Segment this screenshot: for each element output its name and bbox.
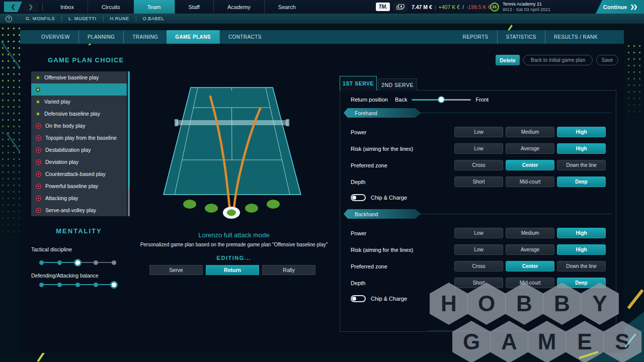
- option-buttons: ShortMid-courtDeep: [454, 278, 606, 288]
- tab-overview[interactable]: OVERVIEW: [33, 30, 78, 44]
- mentality-slider[interactable]: [39, 258, 116, 266]
- game-plan-item[interactable]: Offensive baseline play: [31, 71, 127, 83]
- option-low[interactable]: Low: [454, 143, 503, 154]
- chip-charge-toggle[interactable]: [351, 194, 366, 201]
- player-tab[interactable]: L. MUSETTI: [61, 16, 103, 22]
- mode-rally-button[interactable]: Rally: [262, 265, 315, 275]
- mode-serve-button[interactable]: Serve: [149, 265, 203, 275]
- mode-return-button[interactable]: Return: [206, 265, 259, 275]
- forward-button[interactable]: ❯: [23, 2, 38, 12]
- option-section: Backhand PowerLowMediumHighRisk (aiming …: [340, 209, 616, 303]
- tab-results-rank[interactable]: RESULTS / RANK: [545, 30, 606, 44]
- back-button[interactable]: ❮: [4, 2, 22, 12]
- slider-step[interactable]: [112, 260, 116, 265]
- money-icon: [396, 4, 405, 10]
- option-down-the-line[interactable]: Down the line: [557, 261, 606, 272]
- option-average[interactable]: Average: [506, 244, 554, 255]
- option-buttons: CrossCenterDown the line: [454, 261, 606, 272]
- nav-inbox[interactable]: Inbox: [47, 0, 88, 14]
- serve-tabs: 1ST SERVE2ND SERVE: [340, 76, 417, 90]
- option-cross[interactable]: Cross: [454, 261, 503, 272]
- section-name: Forehand: [355, 110, 377, 116]
- slider-step[interactable]: [57, 283, 62, 287]
- player-tab[interactable]: G. MONFILS: [19, 16, 61, 22]
- slider-step[interactable]: [39, 260, 44, 265]
- tab-contracts[interactable]: CONTRACTS: [219, 30, 270, 44]
- game-plan-item[interactable]: Topspin play from the baseline: [31, 132, 127, 144]
- scrollbar-thumb[interactable]: [128, 188, 130, 216]
- player-tab[interactable]: H.RUNE: [103, 16, 136, 22]
- option-down-the-line[interactable]: Down the line: [557, 160, 606, 170]
- option-short[interactable]: Short: [454, 176, 503, 187]
- game-plan-item[interactable]: [31, 83, 127, 96]
- nav-team[interactable]: Team: [134, 0, 175, 14]
- tab-statistics[interactable]: STATISTICS: [497, 30, 545, 44]
- divider: [42, 4, 43, 11]
- tab-game-plans[interactable]: GAME PLANS: [167, 30, 219, 44]
- game-plan-item[interactable]: Defensive baseline play: [31, 108, 127, 120]
- game-plan-item[interactable]: Powerful baseline play: [31, 180, 127, 192]
- option-row: Preferred zoneCrossCenterDown the line: [351, 160, 606, 170]
- option-low[interactable]: Low: [454, 127, 503, 137]
- game-plan-item[interactable]: Deviation play: [31, 156, 127, 168]
- game-plan-item[interactable]: Varied play: [31, 96, 127, 108]
- return-position-row: Return position Back Front: [351, 94, 606, 105]
- option-short[interactable]: Short: [454, 278, 503, 288]
- help-icon[interactable]: ?: [6, 16, 12, 22]
- back-to-initial-button[interactable]: Back to initial game plan: [523, 55, 593, 65]
- game-plan-label: Varied play: [44, 99, 70, 105]
- option-mid-court[interactable]: Mid-court: [506, 278, 554, 288]
- slider-knob[interactable]: [439, 97, 444, 103]
- tab-planning[interactable]: PLANNING: [78, 30, 123, 44]
- game-plan-item[interactable]: Counterattack-based play: [31, 168, 127, 180]
- dots-pattern-left: [0, 25, 20, 307]
- tab-training[interactable]: TRAINING: [123, 30, 167, 44]
- option-deep[interactable]: Deep: [557, 278, 606, 288]
- player-tab[interactable]: O.BABEL: [136, 16, 171, 22]
- slider-step[interactable]: [39, 283, 44, 287]
- option-medium[interactable]: Medium: [506, 228, 554, 238]
- game-plan-item[interactable]: On the body play: [31, 120, 127, 132]
- slider-segment: [62, 284, 75, 285]
- option-high[interactable]: High: [557, 143, 606, 154]
- scrollbar[interactable]: [128, 71, 130, 216]
- option-mid-court[interactable]: Mid-court: [506, 176, 554, 187]
- option-center[interactable]: Center: [506, 261, 554, 272]
- tab-1st-serve[interactable]: 1ST SERVE: [340, 76, 377, 90]
- tab-2nd-serve[interactable]: 2ND SERVE: [378, 78, 417, 90]
- slider-step[interactable]: [110, 281, 118, 289]
- nav-staff[interactable]: Staff: [175, 0, 213, 14]
- game-plan-item[interactable]: Destabilization play: [31, 144, 127, 156]
- option-low[interactable]: Low: [454, 244, 503, 255]
- nav-circuits[interactable]: Circuits: [88, 0, 134, 14]
- chip-charge-toggle[interactable]: [351, 295, 366, 302]
- option-high[interactable]: High: [557, 127, 606, 137]
- option-center[interactable]: Center: [506, 160, 554, 170]
- continue-button[interactable]: Continue ❯❯: [596, 0, 644, 14]
- slider-step[interactable]: [75, 283, 80, 287]
- slider-step[interactable]: [94, 283, 98, 287]
- option-deep[interactable]: Deep: [557, 176, 606, 187]
- option-row: Risk (aiming for the lines)LowAverageHig…: [351, 244, 606, 255]
- game-plan-item[interactable]: Attacking play: [31, 192, 127, 204]
- option-average[interactable]: Average: [506, 143, 554, 154]
- option-medium[interactable]: Medium: [506, 127, 554, 137]
- option-high[interactable]: High: [557, 244, 606, 255]
- option-high[interactable]: High: [557, 228, 606, 238]
- finances-button[interactable]: [393, 2, 408, 12]
- slider-step[interactable]: [94, 260, 98, 265]
- save-button[interactable]: Save: [596, 55, 618, 65]
- nav-academy[interactable]: Academy: [213, 0, 264, 14]
- game-plan-item[interactable]: Serve-and-volley play: [31, 204, 127, 216]
- slider-step[interactable]: [57, 260, 62, 265]
- slider-segment: [80, 284, 94, 285]
- option-low[interactable]: Low: [454, 228, 503, 238]
- continue-icon: ❯❯: [630, 4, 636, 10]
- nav-search[interactable]: Search: [264, 0, 309, 14]
- divider: /: [462, 4, 464, 10]
- return-position-slider[interactable]: [412, 99, 471, 101]
- tab-reports[interactable]: REPORTS: [454, 30, 497, 44]
- option-cross[interactable]: Cross: [454, 160, 503, 170]
- mentality-slider[interactable]: [39, 281, 116, 289]
- delete-button[interactable]: Delete: [496, 55, 520, 65]
